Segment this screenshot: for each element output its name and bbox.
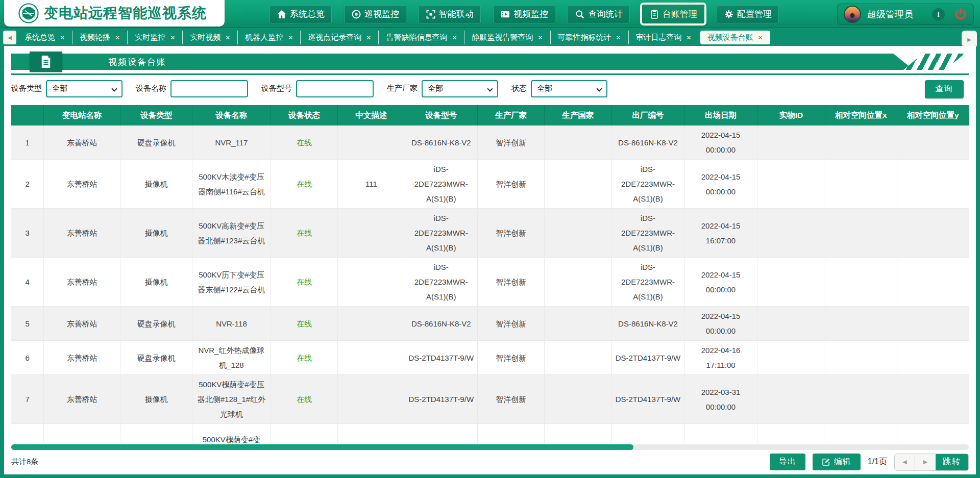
table-cell <box>897 160 969 209</box>
state-grid-logo-icon <box>18 3 39 23</box>
table-row[interactable]: 2东善桥站摄像机500KV木渎变#变压器南侧#116#云台机在线111iDS-2… <box>11 160 969 209</box>
table-cell <box>338 424 405 444</box>
tab-实时视频[interactable]: 实时视频✕ <box>183 31 238 44</box>
table-cell: 在线 <box>271 209 337 258</box>
table-cell <box>757 341 825 375</box>
info-icon[interactable]: i <box>932 8 945 21</box>
table-cell: NVR-118 <box>192 307 271 341</box>
scrollbar-thumb[interactable] <box>11 444 633 450</box>
table-cell: DS-2TD4137T-9/W <box>405 375 478 424</box>
table-cell: 2022-04-16 17:11:00 <box>684 341 757 375</box>
arrow-right-icon[interactable]: ▶ <box>915 454 936 470</box>
tab-close-icon[interactable]: ✕ <box>366 34 371 41</box>
table-cell <box>545 258 611 307</box>
table-cell <box>338 258 405 307</box>
tab-close-icon[interactable]: ✕ <box>170 34 175 41</box>
table-cell: 2022-04-15 16:07:00 <box>684 209 757 258</box>
device-name-input[interactable] <box>170 80 248 97</box>
search-button[interactable]: 查询 <box>925 80 964 98</box>
table-cell: 500KV木渎变#变压器南侧#116#云台机 <box>192 160 271 209</box>
table-body: 1东善桥站硬盘录像机NVR_117在线DS-8616N-K8-V2智洋创新DS-… <box>11 125 969 443</box>
table-cell: 智洋创新 <box>478 341 545 375</box>
nav-system-overview[interactable]: 系统总览 <box>270 5 332 23</box>
table-cell <box>271 424 337 444</box>
chevron-right-icon[interactable]: ▶ <box>962 31 977 48</box>
ledger-icon <box>649 9 659 19</box>
tab-close-icon[interactable]: ✕ <box>758 34 763 41</box>
nav-config-management[interactable]: 配置管理 <box>717 5 779 23</box>
table-cell: NVR_红外热成像球机_128 <box>192 341 271 375</box>
chevron-left-icon[interactable]: ◀ <box>3 31 16 44</box>
document-icon <box>30 52 62 72</box>
column-header: 设备型号 <box>405 105 478 125</box>
table-row[interactable]: 4东善桥站摄像机500KV历下变#变压器东侧#122#云台机在线iDS-2DE7… <box>11 258 969 307</box>
table-cell <box>478 424 545 444</box>
nav-inspection-monitor[interactable]: 巡视监控 <box>344 5 406 23</box>
table-row[interactable]: 7东善桥站摄像机500KV槐荫变#变压器北侧#128_1#红外光球机在线DS-2… <box>11 375 969 424</box>
table-row[interactable]: 500KV槐荫变#变 <box>11 424 969 444</box>
tab-close-icon[interactable]: ✕ <box>115 34 120 41</box>
table-cell: 在线 <box>271 307 337 341</box>
device-type-select[interactable]: 全部 <box>46 80 122 97</box>
tab-告警缺陷信息查询[interactable]: 告警缺陷信息查询✕ <box>379 31 464 44</box>
tab-系统总览[interactable]: 系统总览✕ <box>17 31 72 44</box>
device-model-input[interactable] <box>296 80 374 97</box>
tab-巡视点记录查询[interactable]: 巡视点记录查询✕ <box>301 31 379 44</box>
jump-button[interactable]: 跳转 <box>936 454 968 470</box>
tab-静默监视告警查询[interactable]: 静默监视告警查询✕ <box>464 31 550 44</box>
nav-smart-linkage[interactable]: 智能联动 <box>419 5 481 23</box>
table-row[interactable]: 6东善桥站硬盘录像机NVR_红外热成像球机_128在线DS-2TD4137T-9… <box>11 341 969 375</box>
tab-close-icon[interactable]: ✕ <box>537 34 543 41</box>
table-cell: 2022-04-15 00:00:00 <box>684 125 757 160</box>
tab-label: 可靠性指标统计 <box>558 33 611 42</box>
table-cell <box>825 424 897 444</box>
table-cell <box>11 424 44 444</box>
table-row[interactable]: 5东善桥站硬盘录像机NVR-118在线DS-8616N-K8-V2智洋创新DS-… <box>11 307 969 341</box>
tab-视频设备台账[interactable]: 视频设备台账✕ <box>700 31 770 44</box>
horizontal-scrollbar[interactable] <box>11 444 969 450</box>
tab-close-icon[interactable]: ✕ <box>616 34 621 41</box>
arrow-left-icon[interactable]: ◀ <box>895 454 915 470</box>
table-cell <box>825 160 897 209</box>
column-header: 变电站名称 <box>44 105 120 125</box>
export-button[interactable]: 导出 <box>770 454 805 470</box>
avatar[interactable] <box>844 6 861 23</box>
tab-close-icon[interactable]: ✕ <box>452 34 457 41</box>
table-cell <box>611 424 684 444</box>
table-cell <box>757 375 825 424</box>
total-count: 共计8条 <box>11 457 38 467</box>
tab-机器人监控[interactable]: 机器人监控✕ <box>238 31 301 44</box>
tab-实时监控[interactable]: 实时监控✕ <box>128 31 183 44</box>
tab-close-icon[interactable]: ✕ <box>687 34 692 41</box>
edit-button[interactable]: 编辑 <box>813 454 861 470</box>
table-cell: 东善桥站 <box>44 375 120 424</box>
tab-close-icon[interactable]: ✕ <box>225 34 230 41</box>
table-cell: 在线 <box>271 160 337 209</box>
table-cell: 6 <box>11 341 44 375</box>
nav-ledger-management[interactable]: 台账管理 <box>642 5 704 23</box>
table-cell <box>545 424 611 444</box>
page-title-bar: 视频设备台账 <box>11 52 969 71</box>
tab-close-icon[interactable]: ✕ <box>288 34 293 41</box>
tab-label: 实时视频 <box>190 33 220 42</box>
nav-query-statistics[interactable]: 查询统计 <box>568 5 630 23</box>
tab-审计日志查询[interactable]: 审计日志查询✕ <box>629 31 699 44</box>
table-cell: 111 <box>338 160 405 209</box>
tab-可靠性指标统计[interactable]: 可靠性指标统计✕ <box>551 31 629 44</box>
tab-label: 审计日志查询 <box>636 33 682 42</box>
table-row[interactable]: 3东善桥站摄像机500KV高新变#变压器北侧#123#云台机在线iDS-2DE7… <box>11 209 969 258</box>
manufacturer-select[interactable]: 全部 <box>422 80 498 97</box>
tab-视频轮播[interactable]: 视频轮播✕ <box>72 31 128 44</box>
table-cell: 在线 <box>271 341 337 375</box>
column-header: 实物ID <box>757 105 825 125</box>
table-cell: 东善桥站 <box>44 258 120 307</box>
power-icon[interactable] <box>954 8 967 21</box>
table-row[interactable]: 1东善桥站硬盘录像机NVR_117在线DS-8616N-K8-V2智洋创新DS-… <box>11 125 969 160</box>
tab-close-icon[interactable]: ✕ <box>60 34 65 41</box>
nav-video-monitor[interactable]: 视频监控 <box>493 5 555 23</box>
application-window: 变电站远程智能巡视系统 系统总览巡视监控智能联动视频监控查询统计台账管理配置管理… <box>0 0 980 478</box>
column-header: 设备状态 <box>271 105 337 125</box>
status-select[interactable]: 全部 <box>531 80 607 97</box>
table-cell: 摄像机 <box>120 258 192 307</box>
table-cell <box>825 375 897 424</box>
